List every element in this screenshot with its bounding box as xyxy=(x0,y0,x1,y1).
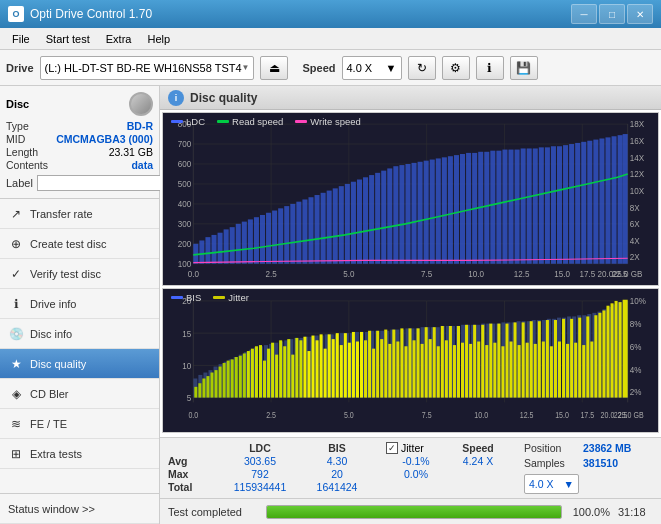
info-button[interactable]: ℹ xyxy=(476,56,504,80)
menu-extra[interactable]: Extra xyxy=(98,31,140,47)
svg-rect-325 xyxy=(562,319,565,398)
eject-button[interactable]: ⏏ xyxy=(260,56,288,80)
svg-rect-53 xyxy=(248,219,253,263)
sidebar-item-transfer-rate[interactable]: ↗ Transfer rate xyxy=(0,199,159,229)
right-stats: Position 23862 MB Samples 381510 4.0 X ▼ xyxy=(524,442,661,494)
svg-rect-311 xyxy=(505,323,508,397)
stats-avg-row: Avg 303.65 4.30 -0.1% 4.24 X xyxy=(168,455,508,467)
sidebar-item-fe-te[interactable]: ≋ FE / TE xyxy=(0,409,159,439)
chevron-down-icon: ▼ xyxy=(386,62,397,74)
svg-text:0.0: 0.0 xyxy=(188,269,199,279)
bottom-chart-legend: BIS Jitter xyxy=(171,292,249,303)
max-jitter: 0.0% xyxy=(386,468,446,480)
max-label: Max xyxy=(168,468,218,480)
svg-text:15.0: 15.0 xyxy=(555,410,569,420)
create-test-icon: ⊕ xyxy=(8,236,24,252)
svg-text:0.0: 0.0 xyxy=(188,410,198,420)
bottom-chart-svg: 20 15 10 5 10% 8% 6% 4% 2% 0.0 2.5 5.0 7… xyxy=(163,289,658,432)
svg-rect-248 xyxy=(251,348,254,397)
nav-label-disc-info: Disc info xyxy=(30,328,72,340)
status-window-button[interactable]: Status window >> xyxy=(0,494,159,524)
svg-rect-109 xyxy=(587,141,592,264)
menu-help[interactable]: Help xyxy=(139,31,178,47)
svg-rect-282 xyxy=(388,344,391,398)
nav-label-drive-info: Drive info xyxy=(30,298,76,310)
speed-select-stats[interactable]: 4.0 X ▼ xyxy=(524,474,579,494)
sidebar-item-drive-info[interactable]: ℹ Drive info xyxy=(0,289,159,319)
svg-rect-287 xyxy=(408,328,411,397)
svg-rect-286 xyxy=(404,346,407,397)
svg-rect-96 xyxy=(508,150,513,264)
content-area: i Disc quality LDC Read speed xyxy=(160,86,661,524)
verify-icon: ✓ xyxy=(8,266,24,282)
svg-text:10.0: 10.0 xyxy=(474,410,488,420)
nav-bottom: Status window >> xyxy=(0,493,159,524)
sidebar-item-disc-info[interactable]: 💿 Disc info xyxy=(0,319,159,349)
svg-rect-62 xyxy=(302,199,307,263)
settings-button[interactable]: ⚙ xyxy=(442,56,470,80)
svg-rect-247 xyxy=(247,351,250,398)
window-controls: ─ □ ✕ xyxy=(571,4,653,24)
speed-dropdown-value: 4.0 X xyxy=(529,478,554,490)
svg-rect-309 xyxy=(497,323,500,397)
svg-rect-63 xyxy=(308,197,313,264)
type-label: Type xyxy=(6,120,29,132)
avg-label: Avg xyxy=(168,455,218,467)
svg-rect-113 xyxy=(612,136,617,263)
sidebar-item-extra-tests[interactable]: ⊞ Extra tests xyxy=(0,439,159,469)
mid-value: CMCMAGBA3 (000) xyxy=(56,133,153,145)
svg-rect-81 xyxy=(418,162,423,264)
svg-rect-305 xyxy=(481,325,484,398)
svg-rect-73 xyxy=(369,175,374,264)
elapsed-time: 31:18 xyxy=(618,506,653,518)
svg-rect-242 xyxy=(227,360,230,397)
svg-rect-46 xyxy=(205,237,210,264)
svg-rect-111 xyxy=(599,138,604,263)
svg-rect-79 xyxy=(405,164,410,264)
save-button[interactable]: 💾 xyxy=(510,56,538,80)
label-input[interactable] xyxy=(37,175,170,191)
speed-select[interactable]: 4.0 X ▼ xyxy=(342,56,402,80)
svg-text:10: 10 xyxy=(182,360,191,371)
drive-select[interactable]: (L:) HL-DT-ST BD-RE WH16NS58 TST4 ▼ xyxy=(40,56,255,80)
svg-text:5: 5 xyxy=(187,392,192,403)
svg-rect-50 xyxy=(230,227,235,264)
svg-text:700: 700 xyxy=(178,139,192,149)
menu-file[interactable]: File xyxy=(4,31,38,47)
svg-rect-327 xyxy=(570,319,573,398)
svg-text:16X: 16X xyxy=(630,136,645,146)
svg-rect-335 xyxy=(602,310,605,397)
svg-rect-298 xyxy=(453,345,456,398)
svg-rect-253 xyxy=(271,343,274,398)
maximize-button[interactable]: □ xyxy=(599,4,625,24)
refresh-button[interactable]: ↻ xyxy=(408,56,436,80)
legend-read-speed: Read speed xyxy=(217,116,283,127)
position-row: Position 23862 MB xyxy=(524,442,661,454)
sidebar-item-create-test-disc[interactable]: ⊕ Create test disc xyxy=(0,229,159,259)
svg-text:300: 300 xyxy=(178,219,192,229)
menu-start-test[interactable]: Start test xyxy=(38,31,98,47)
jitter-checkbox[interactable]: ✓ xyxy=(386,442,398,454)
minimize-button[interactable]: ─ xyxy=(571,4,597,24)
svg-text:10.0: 10.0 xyxy=(468,269,484,279)
svg-rect-245 xyxy=(239,356,242,398)
sidebar-item-cd-bler[interactable]: ◈ CD Bler xyxy=(0,379,159,409)
svg-rect-340 xyxy=(623,300,628,398)
legend-write-speed: Write speed xyxy=(295,116,361,127)
sidebar-item-disc-quality[interactable]: ★ Disc quality xyxy=(0,349,159,379)
total-ldc: 115934441 xyxy=(220,481,300,493)
svg-rect-83 xyxy=(430,160,435,264)
svg-rect-250 xyxy=(259,345,262,398)
status-text: Test completed xyxy=(168,506,258,518)
svg-rect-68 xyxy=(339,186,344,264)
length-label: Length xyxy=(6,146,38,158)
disc-length-row: Length 23.31 GB xyxy=(6,146,153,158)
svg-rect-58 xyxy=(278,208,283,263)
max-bis: 20 xyxy=(302,468,372,480)
svg-rect-267 xyxy=(328,334,331,397)
svg-rect-293 xyxy=(433,327,436,397)
sidebar-item-verify-test-disc[interactable]: ✓ Verify test disc xyxy=(0,259,159,289)
svg-rect-80 xyxy=(412,163,417,264)
svg-rect-261 xyxy=(303,337,306,398)
close-button[interactable]: ✕ xyxy=(627,4,653,24)
